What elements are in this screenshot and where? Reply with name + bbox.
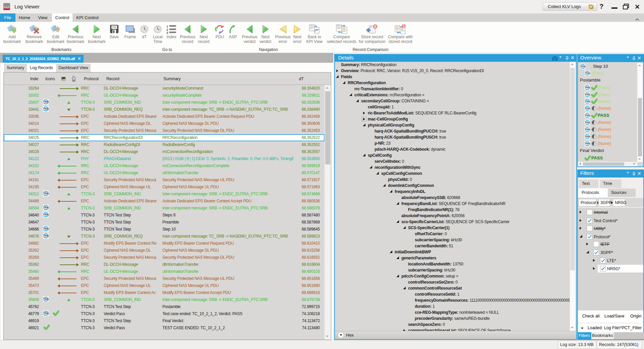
svg-text:3: 3: [166, 31, 168, 34]
svg-text:0: 0: [374, 25, 376, 29]
svg-text:1: 1: [166, 25, 168, 28]
svg-text:1: 1: [403, 24, 405, 28]
